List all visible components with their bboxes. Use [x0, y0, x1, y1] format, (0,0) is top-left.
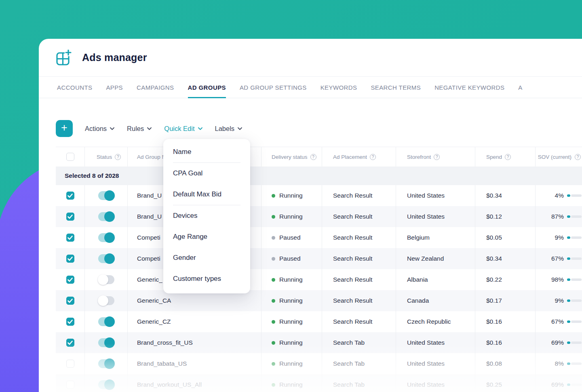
delivery-status-dot [272, 299, 275, 303]
add-button[interactable]: + [56, 120, 73, 137]
rules-menu-button[interactable]: Rules [127, 125, 152, 133]
ad-placement-cell: Search Result [322, 206, 396, 227]
ad-group-name: Competi [137, 255, 160, 262]
help-icon[interactable]: ? [575, 154, 581, 160]
help-icon[interactable]: ? [434, 154, 440, 160]
delivery-status-text: Running [279, 213, 303, 220]
status-toggle[interactable] [98, 254, 114, 263]
tab-negative-keywords[interactable]: NEGATIVE KEYWORDS [434, 77, 504, 98]
check-icon [67, 236, 73, 240]
ad-placement-cell: Search Tab [322, 353, 396, 374]
menu-item-devices[interactable]: Devices [163, 205, 250, 226]
tab-bar: ACCOUNTSAPPSCAMPAIGNSAD GROUPSAD GROUP S… [39, 77, 582, 98]
column-header [56, 147, 85, 166]
sov-value: 9% [555, 297, 564, 304]
grid-plus-logo-icon [56, 50, 72, 66]
tab-ad-groups[interactable]: AD GROUPS [188, 77, 226, 98]
menu-item-age-range[interactable]: Age Range [163, 226, 250, 247]
help-icon[interactable]: ? [115, 154, 121, 160]
table-row: Competi Paused Search Result Belgium $0.… [56, 227, 582, 248]
tab-apps[interactable]: APPS [106, 77, 123, 98]
row-checkbox[interactable] [66, 339, 74, 347]
help-icon[interactable]: ? [505, 154, 511, 160]
column-header-delivery-status: Delivery status ? [261, 147, 322, 166]
menu-item-gender[interactable]: Gender [163, 247, 250, 268]
sov-bar [567, 299, 582, 302]
tab-search-terms[interactable]: SEARCH TERMS [371, 77, 421, 98]
delivery-status-dot [272, 215, 275, 219]
status-toggle[interactable] [98, 359, 114, 368]
status-toggle[interactable] [98, 275, 114, 284]
delivery-status-text: Running [279, 318, 303, 325]
tab-a[interactable]: A [518, 77, 522, 98]
ad-group-name: Generic_CZ [137, 318, 171, 325]
check-icon [67, 341, 73, 345]
sov-bar [567, 194, 582, 197]
spend-cell: $0.22 [475, 269, 536, 290]
chevron-down-icon [198, 127, 202, 130]
menu-item-default-max-bid[interactable]: Default Max Bid [163, 184, 250, 205]
spend-cell: $0.08 [475, 353, 536, 374]
tab-ad-group-settings[interactable]: AD GROUP SETTINGS [240, 77, 307, 98]
ad-placement-cell: Search Tab [322, 374, 396, 392]
row-checkbox[interactable] [66, 318, 74, 326]
ad-group-name: Competi [137, 234, 160, 241]
delivery-status-dot [272, 320, 275, 324]
sov-value: 69% [551, 339, 564, 346]
help-icon[interactable]: ? [370, 154, 376, 160]
status-toggle[interactable] [98, 191, 114, 200]
table-row: Generic_CA Running Search Result Canada … [56, 290, 582, 311]
column-header-ad-placement: Ad Placement ? [322, 147, 396, 166]
status-toggle[interactable] [98, 212, 114, 221]
delivery-status-dot [272, 257, 275, 261]
sov-bar [567, 362, 582, 365]
table-header-row: Status ? Ad Group Name ? Delivery status… [56, 147, 582, 166]
status-toggle[interactable] [98, 317, 114, 326]
menu-item-cpa-goal[interactable]: CPA Goal [163, 163, 250, 184]
row-checkbox[interactable] [66, 381, 74, 389]
menu-item-customer-types[interactable]: Customer types [163, 268, 250, 289]
status-toggle[interactable] [98, 338, 114, 347]
status-toggle[interactable] [98, 296, 114, 305]
table-row: Generic_CZ Running Search Result Czech R… [56, 311, 582, 332]
check-icon [67, 215, 73, 219]
selection-summary: Selected 8 of 2028 [56, 166, 582, 185]
spend-cell: $0.12 [475, 206, 536, 227]
tab-campaigns[interactable]: CAMPAIGNS [137, 77, 174, 98]
menu-item-name[interactable]: Name [163, 141, 250, 162]
sov-bar [567, 341, 582, 344]
sov-value: 87% [551, 213, 564, 220]
storefront-cell: United States [396, 353, 475, 374]
help-icon[interactable]: ? [310, 154, 316, 160]
column-header-status: Status ? [85, 147, 128, 166]
select-all-checkbox[interactable] [66, 153, 74, 161]
app-header: Ads manager [39, 39, 582, 77]
ad-group-name: Brand_cross_fit_US [137, 339, 193, 346]
labels-menu-button[interactable]: Labels [215, 125, 242, 133]
sov-value: 4% [555, 192, 564, 199]
delivery-status-text: Running [279, 297, 303, 304]
row-checkbox[interactable] [66, 234, 74, 242]
ad-placement-cell: Search Result [322, 248, 396, 269]
column-header-sov-current-: SOV (current) ? [536, 147, 582, 166]
check-icon [67, 320, 73, 324]
ad-placement-cell: Search Result [322, 311, 396, 332]
ad-group-name: Brand_U [137, 192, 162, 199]
row-checkbox[interactable] [66, 213, 74, 221]
row-checkbox[interactable] [66, 255, 74, 263]
actions-menu-button[interactable]: Actions [85, 125, 114, 133]
status-toggle[interactable] [98, 233, 114, 242]
ad-group-name: Brand_tabata_US [137, 360, 187, 367]
row-checkbox[interactable] [66, 360, 74, 368]
chevron-down-icon [238, 127, 242, 130]
storefront-cell: United States [396, 185, 475, 206]
quick-edit-menu-button[interactable]: Quick Edit [164, 125, 202, 133]
column-header-spend: Spend ? [475, 147, 536, 166]
row-checkbox[interactable] [66, 297, 74, 305]
tab-keywords[interactable]: KEYWORDS [321, 77, 357, 98]
status-toggle[interactable] [98, 380, 114, 389]
row-checkbox[interactable] [66, 192, 74, 200]
storefront-cell: Canada [396, 290, 475, 311]
row-checkbox[interactable] [66, 276, 74, 284]
tab-accounts[interactable]: ACCOUNTS [57, 77, 92, 98]
